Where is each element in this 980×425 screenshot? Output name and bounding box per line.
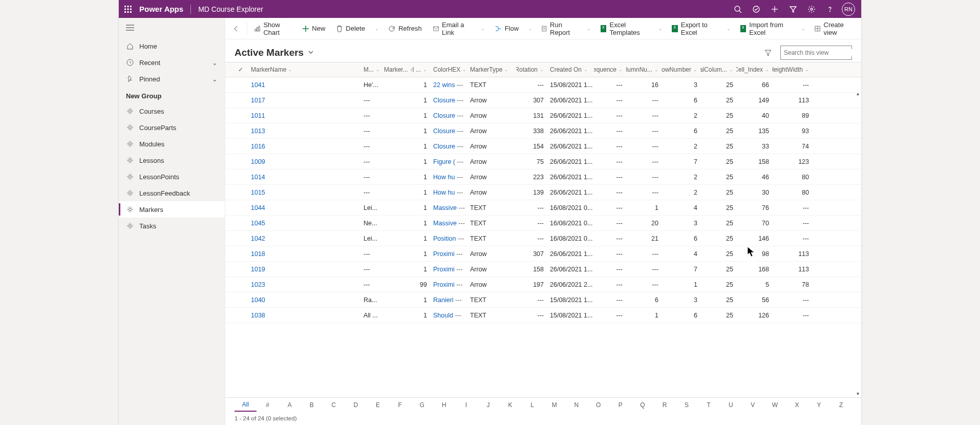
select-all-checkbox[interactable]: ✓ (233, 66, 248, 73)
task-icon[interactable] (748, 1, 765, 18)
search-box[interactable] (780, 46, 852, 60)
alpha-filter-y[interactable]: Y (808, 398, 830, 412)
back-button[interactable] (229, 20, 243, 37)
col-header-sequence[interactable]: Sequence⌄ (594, 66, 626, 73)
import-excel-button[interactable]: Import from Excel (735, 20, 797, 37)
alpha-filter-p[interactable]: P (609, 398, 631, 412)
alpha-filter-o[interactable]: O (587, 398, 609, 412)
alpha-filter-e[interactable]: E (367, 398, 389, 412)
settings-icon[interactable] (803, 1, 820, 18)
alpha-filter-b[interactable]: B (301, 398, 323, 412)
marker-name-link[interactable]: 1041 (251, 81, 265, 89)
marker-name-link[interactable]: 1040 (251, 296, 265, 304)
table-row[interactable]: 1017---1Closure ---Arrow30726/06/2021 1.… (225, 93, 861, 108)
delete-button[interactable]: Delete (331, 20, 370, 37)
view-selector-chevron[interactable] (308, 49, 314, 57)
marker-name-link[interactable]: 1016 (251, 143, 265, 150)
table-row[interactable]: 1023---99Proximi ---Arrow19726/06/2021 2… (225, 277, 861, 292)
table-row[interactable]: 1011---1Closure ---Arrow13126/06/2021 1.… (225, 108, 861, 123)
table-row[interactable]: 1040Ra...1Ranieri ---TEXT---15/08/2021 1… (225, 292, 861, 308)
alpha-filter-#[interactable]: # (257, 398, 279, 412)
marker-name-link[interactable]: 1042 (251, 235, 265, 242)
alpha-filter-i[interactable]: I (455, 398, 477, 412)
table-row[interactable]: 1016---1Closure ---Arrow15426/06/2021 1.… (225, 139, 861, 154)
alpha-filter-c[interactable]: C (323, 398, 345, 412)
excel-templates-split[interactable]: ⌄ (655, 20, 666, 37)
marker-name-link[interactable]: 1015 (251, 189, 265, 196)
col-header-rownumber[interactable]: RowNumber⌄ (662, 66, 700, 73)
marker-name-link[interactable]: 1019 (251, 266, 265, 273)
alpha-filter-t[interactable]: T (698, 398, 720, 412)
col-header-cellindex[interactable]: Cell_Index⌄ (736, 66, 772, 73)
alpha-filter-k[interactable]: K (499, 398, 521, 412)
flow-button[interactable]: Flow (489, 20, 524, 37)
alpha-filter-a[interactable]: A (279, 398, 301, 412)
col-header-totalcolumn[interactable]: TotalColum...⌄ (700, 66, 736, 73)
search-input[interactable] (784, 49, 861, 56)
col-header-i[interactable]: I ...⌄ (412, 66, 430, 73)
help-icon[interactable] (821, 1, 839, 18)
sidebar-item-lessonfeedback[interactable]: LessonFeedback (119, 185, 225, 201)
alpha-filter-d[interactable]: D (345, 398, 367, 412)
table-row[interactable]: 1041He'...122 wins ---TEXT---15/08/2021 … (225, 77, 861, 93)
table-row[interactable]: 1018---1Proximi ---Arrow30726/06/2021 1.… (225, 246, 861, 262)
marker-name-link[interactable]: 1045 (251, 220, 265, 227)
show-chart-button[interactable]: Show Chart (249, 20, 296, 37)
alpha-filter-u[interactable]: U (720, 398, 742, 412)
alpha-filter-v[interactable]: V (742, 398, 764, 412)
view-filter-icon[interactable] (761, 46, 775, 60)
col-header-heightwidth[interactable]: HeightWidth⌄ (772, 66, 812, 73)
marker-name-link[interactable]: 1038 (251, 312, 265, 319)
alpha-filter-s[interactable]: S (676, 398, 698, 412)
table-row[interactable]: 1044Lei...1Massive ---TEXT---16/08/2021 … (225, 200, 861, 216)
table-row[interactable]: 1019---1Proximi ---Arrow15826/06/2021 1.… (225, 262, 861, 277)
table-row[interactable]: 1042Lei...1Position ---TEXT---16/08/2021… (225, 231, 861, 246)
marker-name-link[interactable]: 1017 (251, 97, 265, 104)
excel-templates-button[interactable]: Excel Templates (595, 20, 654, 37)
marker-name-link[interactable]: 1014 (251, 174, 265, 181)
col-header-createdon[interactable]: Created On⌄ (547, 66, 594, 73)
nav-pinned[interactable]: Pinned ⌄ (119, 71, 225, 87)
marker-name-link[interactable]: 1044 (251, 204, 265, 211)
alpha-filter-x[interactable]: X (786, 398, 808, 412)
table-row[interactable]: 1009---1Figure ( ---Arrow7526/06/2021 1.… (225, 154, 861, 169)
global-search-icon[interactable] (729, 1, 747, 18)
table-row[interactable]: 1038All ...1Should ---TEXT---15/08/2021 … (225, 308, 861, 323)
alpha-filter-r[interactable]: R (653, 398, 675, 412)
sidebar-item-courseparts[interactable]: CourseParts (119, 119, 225, 136)
alpha-filter-h[interactable]: H (433, 398, 455, 412)
col-header-rotation[interactable]: Rotation⌄ (516, 66, 547, 73)
flow-split[interactable]: ⌄ (525, 20, 536, 37)
export-excel-button[interactable]: Export to Excel (667, 20, 722, 37)
col-header-columnnum[interactable]: ColumnNu...⌄ (626, 66, 662, 73)
alpha-filter-n[interactable]: N (565, 398, 587, 412)
alpha-filter-all[interactable]: All (235, 398, 257, 412)
alpha-filter-g[interactable]: G (411, 398, 433, 412)
email-split[interactable]: ⌄ (477, 20, 488, 37)
marker-name-link[interactable]: 1018 (251, 250, 265, 258)
col-header-colorhex[interactable]: ColorHEX⌄ (430, 66, 467, 73)
nav-recent[interactable]: Recent ⌄ (119, 54, 225, 71)
table-row[interactable]: 1014---1How hu ---Arrow22326/06/2021 1..… (225, 169, 861, 185)
create-view-button[interactable]: Create view (809, 20, 857, 37)
marker-name-link[interactable]: 1011 (251, 112, 265, 119)
col-header-marker[interactable]: Marker...↑⌄ (381, 66, 412, 73)
run-report-button[interactable]: Run Report (537, 20, 582, 37)
col-header-markername[interactable]: MarkerName⌄ (248, 66, 360, 73)
grid-body[interactable]: 1041He'...122 wins ---TEXT---15/08/2021 … (225, 77, 861, 397)
sidebar-item-courses[interactable]: Courses (119, 103, 225, 119)
alpha-filter-f[interactable]: F (389, 398, 411, 412)
delete-split[interactable]: ⌄ (371, 20, 382, 37)
new-button[interactable]: New (297, 20, 330, 37)
sidebar-item-modules[interactable]: Modules (119, 136, 225, 152)
alpha-filter-m[interactable]: M (543, 398, 565, 412)
user-avatar[interactable]: RN (840, 1, 857, 18)
alpha-filter-w[interactable]: W (764, 398, 786, 412)
alpha-filter-j[interactable]: J (477, 398, 499, 412)
import-excel-split[interactable]: ⌄ (798, 20, 808, 37)
alpha-filter-q[interactable]: Q (631, 398, 653, 412)
sidebar-toggle[interactable] (119, 21, 225, 36)
run-report-split[interactable]: ⌄ (584, 20, 594, 37)
table-row[interactable]: 1013---1Closure ---Arrow33826/06/2021 1.… (225, 123, 861, 139)
col-header-m[interactable]: M...⌄ (360, 66, 381, 73)
